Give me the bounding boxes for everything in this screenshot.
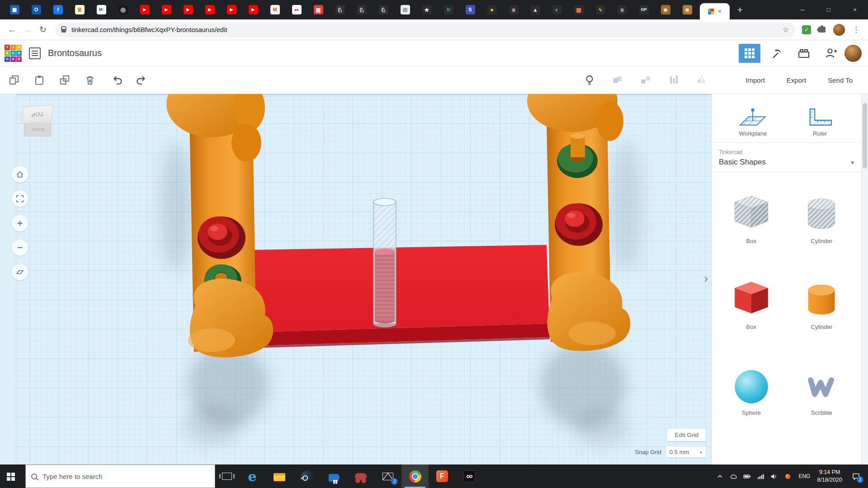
- oo-app-icon[interactable]: [456, 465, 483, 488]
- workplane-view-button[interactable]: [12, 264, 28, 280]
- new-tab-button[interactable]: +: [732, 2, 748, 18]
- steam-icon[interactable]: [293, 465, 320, 488]
- blocks-grid-icon[interactable]: [739, 44, 760, 63]
- red-platform-box[interactable]: [254, 245, 550, 348]
- zoom-in-button[interactable]: [12, 215, 28, 231]
- copy-icon[interactable]: [8, 74, 20, 86]
- view-cube[interactable]: TOP BACK: [23, 106, 54, 136]
- shape-sphere[interactable]: Sphere: [731, 365, 772, 417]
- ungroup-icon[interactable]: [640, 74, 651, 86]
- view-cube-back-face[interactable]: BACK: [24, 123, 51, 136]
- pinned-tab-youtube[interactable]: ▶: [134, 0, 156, 19]
- pinned-tab-facebook[interactable]: f: [47, 0, 69, 19]
- mirror-icon[interactable]: [696, 74, 708, 86]
- pinned-tab-teal[interactable]: tr: [438, 0, 459, 19]
- pinned-tab-outlook[interactable]: O: [25, 0, 47, 19]
- shape-box[interactable]: Box: [731, 279, 772, 331]
- 3d-scene[interactable]: [0, 94, 711, 465]
- pickaxe-icon[interactable]: [766, 44, 788, 63]
- onedrive-icon[interactable]: [730, 473, 737, 480]
- battery-icon[interactable]: [743, 473, 751, 480]
- pinned-tab-disc[interactable]: ◎: [112, 0, 134, 19]
- pinned-tab-keys[interactable]: |||: [503, 0, 524, 19]
- user-avatar[interactable]: [844, 45, 862, 62]
- pinned-tab-gp[interactable]: GP: [633, 0, 655, 19]
- adblock-extension-icon[interactable]: ✓: [802, 25, 811, 34]
- pinned-tab-mountain[interactable]: ▲: [524, 0, 546, 19]
- pinned-tab-s-app[interactable]: S: [459, 0, 481, 19]
- shape-cylinder-hole[interactable]: Cylinder: [801, 193, 842, 245]
- language-indicator[interactable]: ENG: [798, 473, 810, 479]
- network-icon[interactable]: [757, 473, 764, 480]
- panel-collapse-chevron-icon[interactable]: [703, 276, 709, 283]
- tray-expand-icon[interactable]: [716, 473, 724, 480]
- reload-button[interactable]: ↻: [35, 22, 51, 38]
- paste-icon[interactable]: [33, 74, 45, 86]
- address-bar[interactable]: tinkercad.com/things/b6BfwcXqxPY-brontos…: [55, 22, 795, 38]
- transparent-cylinder[interactable]: [373, 198, 396, 327]
- url-text[interactable]: tinkercad.com/things/b6BfwcXqxPY-brontos…: [71, 26, 227, 33]
- pinned-tab-globe[interactable]: ◐: [546, 0, 568, 19]
- pinned-tab-youtube[interactable]: ▶: [242, 0, 264, 19]
- pinned-tab-avatar-1[interactable]: ☻: [655, 0, 676, 19]
- forward-button[interactable]: →: [20, 22, 35, 38]
- align-icon[interactable]: [668, 74, 679, 86]
- secure-lock-icon[interactable]: [61, 29, 66, 33]
- pinned-tab-bolt[interactable]: ϟ: [590, 0, 611, 19]
- start-button[interactable]: [0, 465, 25, 488]
- send-to-button[interactable]: Send To: [822, 76, 858, 84]
- workplane-tool-button[interactable]: Workplane: [723, 107, 782, 137]
- active-tab[interactable]: ×: [700, 3, 730, 19]
- bookmark-star-icon[interactable]: ☆: [783, 25, 789, 34]
- shape-cylinder[interactable]: Cylinder: [801, 279, 842, 331]
- workplane-grid[interactable]: TOP BACK: [0, 94, 711, 465]
- edit-grid-button[interactable]: Edit Grid: [667, 429, 706, 441]
- pinned-tab-youtube[interactable]: ▶: [156, 0, 177, 19]
- f-app-icon[interactable]: [429, 465, 456, 488]
- tab-close-icon[interactable]: ×: [718, 8, 722, 14]
- zoom-out-button[interactable]: [12, 239, 28, 256]
- shape-library-selector[interactable]: Tinkercad Basic Shapes ▾: [712, 143, 861, 173]
- ruler-tool-button[interactable]: Ruler: [791, 107, 849, 137]
- shape-scribble[interactable]: Scribble: [801, 365, 842, 417]
- duplicate-icon[interactable]: [59, 74, 71, 86]
- volume-icon[interactable]: [770, 473, 778, 480]
- pinned-tab-blue-grid[interactable]: ▦: [4, 0, 25, 19]
- file-explorer-icon[interactable]: [266, 465, 293, 488]
- task-view-button[interactable]: [215, 465, 239, 488]
- back-button[interactable]: ←: [5, 22, 20, 38]
- taskbar-clock[interactable]: 9:14 PM 8/18/2020: [817, 469, 842, 484]
- store-icon[interactable]: [320, 465, 347, 488]
- action-center-button[interactable]: 2: [849, 469, 863, 483]
- pinned-tab-flickr[interactable]: ••: [286, 0, 307, 19]
- pinned-tab-youtube[interactable]: ▶: [199, 0, 221, 19]
- fit-view-button[interactable]: [12, 191, 28, 207]
- browser-profile-avatar[interactable]: [833, 24, 845, 36]
- pinned-tab-youtube[interactable]: ▶: [221, 0, 242, 19]
- shape-partial[interactable]: [731, 451, 772, 465]
- mail-icon[interactable]: 2: [374, 465, 401, 488]
- design-menu-icon[interactable]: [29, 47, 41, 59]
- pinned-tab-avatar-2[interactable]: ☻: [676, 0, 698, 19]
- search-input[interactable]: [42, 473, 209, 480]
- snap-grid-select[interactable]: 0.5 mm ▴: [666, 446, 706, 457]
- panel-scrollbar[interactable]: [861, 94, 868, 465]
- minimize-button[interactable]: ─: [789, 0, 816, 19]
- export-button[interactable]: Export: [781, 76, 811, 84]
- maximize-button[interactable]: □: [816, 0, 842, 19]
- pinned-tab-yellow-dot[interactable]: ●: [481, 0, 503, 19]
- shape-box-hole[interactable]: Box: [731, 193, 772, 245]
- pinned-tab-knight[interactable]: ♘: [351, 0, 373, 19]
- home-view-button[interactable]: [12, 166, 28, 183]
- pinned-tab-orange-grid[interactable]: ▦: [568, 0, 590, 19]
- pinned-tab-gmail[interactable]: M: [264, 0, 286, 19]
- chevron-down-icon[interactable]: ▾: [851, 159, 854, 166]
- import-button[interactable]: Import: [740, 76, 770, 84]
- tray-app-icon[interactable]: [784, 473, 792, 480]
- design-title[interactable]: Brontosaurus: [48, 48, 102, 58]
- browser-menu-icon[interactable]: ⋮: [852, 25, 860, 34]
- taskbar-search[interactable]: [25, 465, 215, 488]
- chrome-icon[interactable]: [401, 465, 429, 488]
- pinned-tab-red-app[interactable]: ▣: [307, 0, 329, 19]
- invite-icon[interactable]: [820, 44, 842, 63]
